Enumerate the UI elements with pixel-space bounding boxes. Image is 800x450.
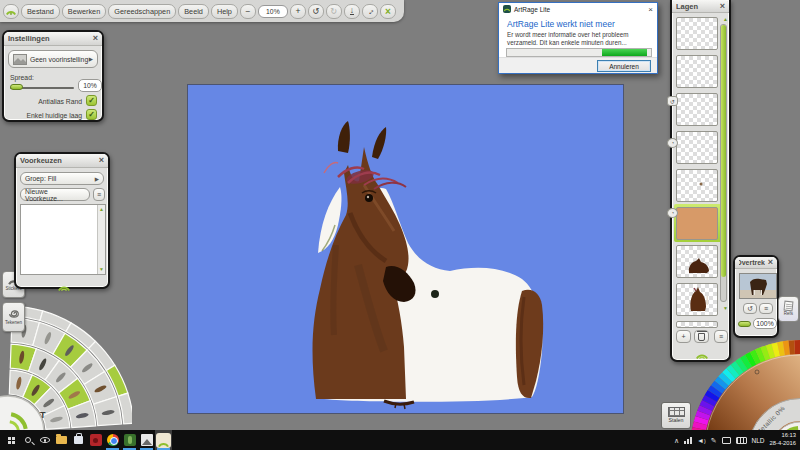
spread-label: Spread: bbox=[10, 74, 34, 81]
green-app-icon bbox=[124, 434, 136, 446]
delete-layer-button[interactable] bbox=[694, 330, 709, 343]
menu-beeld[interactable]: Beeld bbox=[178, 4, 209, 19]
network-icon[interactable] bbox=[684, 437, 692, 444]
export-icon[interactable]: ↓ bbox=[344, 4, 360, 19]
artrage-taskbar-button[interactable] bbox=[155, 430, 172, 450]
crash-dialog-titlebar[interactable]: ArtRage Lite × bbox=[499, 3, 657, 15]
taskbar-search-button[interactable] bbox=[19, 430, 36, 450]
preset-group-button[interactable]: Groep: Fill ▶ bbox=[20, 172, 104, 185]
touch-keyboard-icon[interactable] bbox=[736, 437, 747, 444]
redo-icon[interactable]: ↻ bbox=[326, 4, 342, 19]
photos-icon bbox=[141, 434, 153, 446]
tracing-image-thumbnail[interactable] bbox=[739, 273, 777, 299]
layer-thumb[interactable] bbox=[676, 55, 718, 88]
crash-dialog-close-icon[interactable]: × bbox=[648, 5, 653, 14]
settings-panel-header[interactable]: Instellingen × bbox=[4, 32, 102, 46]
store-button[interactable] bbox=[70, 430, 87, 450]
layer-badge-circle-icon[interactable]: ◔ bbox=[667, 208, 678, 218]
spread-value[interactable]: 10% bbox=[78, 79, 102, 92]
swirl-icon bbox=[7, 308, 21, 320]
layer-thumb-selected[interactable] bbox=[676, 207, 718, 240]
pen-icon[interactable]: ✎ bbox=[711, 437, 717, 444]
layers-scroll-down-icon[interactable]: ▼ bbox=[723, 306, 728, 311]
layers-scrollbar-thumb[interactable] bbox=[721, 25, 726, 277]
menu-bewerken[interactable]: Bewerken bbox=[62, 4, 106, 19]
windows-logo-icon bbox=[8, 437, 11, 440]
close-app-icon[interactable]: × bbox=[380, 4, 396, 19]
file-explorer-button[interactable] bbox=[53, 430, 70, 450]
zoom-in-button[interactable]: + bbox=[290, 4, 306, 19]
preset-selector[interactable]: Geen voorinstelling ▶ bbox=[8, 50, 98, 68]
preset-menu-button[interactable]: ≡ bbox=[93, 188, 105, 201]
tracing-opacity-knob[interactable] bbox=[738, 321, 751, 327]
artrage-logo-icon[interactable] bbox=[3, 4, 19, 19]
menu-bestand[interactable]: Bestand bbox=[21, 4, 60, 19]
preset-thumbnail-icon bbox=[13, 54, 27, 65]
preset-list-scrollbar[interactable]: ▲ ▼ bbox=[97, 205, 105, 274]
red-app-icon bbox=[90, 434, 102, 446]
layers-panel-header[interactable]: Lagen × bbox=[672, 0, 729, 13]
layer-badge-undo-icon[interactable]: ↺ bbox=[667, 96, 678, 106]
speaker-icon[interactable]: ◄) bbox=[697, 437, 706, 444]
crash-dialog: ArtRage Lite × ArtRage Lite werkt niet m… bbox=[498, 2, 658, 74]
layer-thumb[interactable] bbox=[676, 283, 718, 316]
add-layer-button[interactable]: + bbox=[676, 330, 691, 343]
layer-thumb[interactable] bbox=[676, 93, 718, 126]
language-indicator[interactable]: NLD bbox=[752, 437, 765, 444]
presets-close-icon[interactable]: × bbox=[99, 156, 104, 165]
painting-canvas[interactable] bbox=[188, 85, 623, 413]
panel-resize-handle-icon[interactable] bbox=[692, 346, 712, 364]
settings-close-icon[interactable]: × bbox=[93, 34, 98, 43]
swatches-button[interactable]: Stalen bbox=[661, 402, 691, 429]
tracing-close-icon[interactable]: × bbox=[768, 258, 773, 267]
layer-thumb[interactable] bbox=[676, 169, 718, 202]
layer-thumb[interactable] bbox=[676, 245, 718, 278]
menu-help[interactable]: Help bbox=[211, 4, 238, 19]
media-app-button[interactable] bbox=[87, 430, 104, 450]
crash-dialog-title: ArtRage Lite bbox=[514, 6, 550, 13]
tracing-panel-header[interactable]: Overtrek × bbox=[735, 257, 777, 269]
undo-icon[interactable]: ↺ bbox=[308, 4, 324, 19]
search-icon bbox=[25, 437, 31, 443]
layer-thumb[interactable] bbox=[676, 17, 718, 50]
green-app-button[interactable] bbox=[121, 430, 138, 450]
layers-menu-button[interactable]: ≡ bbox=[714, 330, 728, 343]
crash-body-text: Er wordt meer informatie over het proble… bbox=[507, 31, 653, 47]
tracing-undo-button[interactable]: ↺ bbox=[743, 303, 757, 314]
scroll-down-icon[interactable]: ▼ bbox=[99, 267, 104, 272]
folder-icon bbox=[56, 436, 67, 444]
artrage-dialog-icon bbox=[503, 5, 511, 13]
antialias-label: Antialias Rand bbox=[38, 98, 82, 105]
menu-gereedschappen[interactable]: Gereedschappen bbox=[108, 4, 176, 19]
zoom-out-button[interactable]: − bbox=[240, 4, 256, 19]
annuleren-button[interactable]: Annuleren bbox=[597, 60, 651, 72]
panel-resize-handle-icon[interactable] bbox=[54, 278, 74, 296]
layer-thumb[interactable] bbox=[676, 131, 718, 164]
spread-slider-knob[interactable] bbox=[10, 84, 23, 90]
photos-button[interactable] bbox=[138, 430, 155, 450]
presets-panel-header[interactable]: Voorkeuzen × bbox=[16, 154, 108, 168]
tracing-opacity-value[interactable]: 100% bbox=[753, 318, 777, 329]
single-layer-checkbox[interactable]: ✓ bbox=[86, 109, 97, 120]
layer-badge-circle-icon[interactable]: ◔ bbox=[667, 138, 678, 148]
zoom-level-value[interactable]: 10% bbox=[258, 5, 288, 18]
fullscreen-icon[interactable]: ↔ bbox=[362, 4, 378, 19]
layers-scrollbar[interactable] bbox=[720, 24, 727, 302]
tracing-dock-button[interactable]: Tekenen bbox=[2, 302, 25, 332]
scroll-up-icon[interactable]: ▲ bbox=[99, 207, 104, 212]
start-button[interactable] bbox=[2, 430, 19, 450]
chrome-button[interactable] bbox=[104, 430, 121, 450]
antialias-checkbox[interactable]: ✓ bbox=[86, 95, 97, 106]
layer-thumb[interactable] bbox=[676, 321, 718, 328]
clock[interactable]: 16:13 28-4-2016 bbox=[770, 432, 796, 447]
tracing-menu-button[interactable]: ≡ bbox=[759, 303, 773, 314]
layers-scroll-up-icon[interactable]: ▲ bbox=[723, 17, 728, 22]
tracing-panel-title: Overtrek bbox=[739, 259, 765, 266]
new-preset-button[interactable]: Nieuwe Voorkeuze... bbox=[20, 188, 90, 201]
refs-dock-button[interactable]: Refs bbox=[778, 296, 799, 322]
preset-list[interactable]: ▲ ▼ bbox=[20, 204, 106, 275]
action-center-icon[interactable] bbox=[722, 437, 731, 444]
tray-chevron-icon[interactable]: ∧ bbox=[674, 437, 679, 444]
layers-close-icon[interactable]: × bbox=[720, 2, 725, 11]
task-view-button[interactable] bbox=[36, 430, 53, 450]
